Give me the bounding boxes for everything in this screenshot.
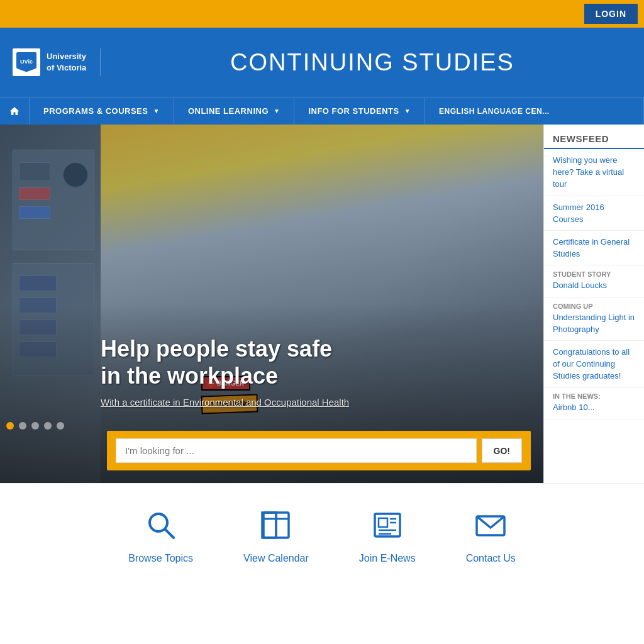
nav-online-learning[interactable]: ONLINE LEARNING ▼ (174, 97, 295, 125)
news-link-7[interactable]: Airbnb 10... (553, 402, 595, 412)
news-item-4: STUDENT STORY Donald Loucks (544, 265, 644, 297)
chevron-down-icon: ▼ (404, 108, 411, 114)
news-item-3: Certificate in General Studies (544, 231, 644, 265)
hero-background: ⚠ WARNING ⛔ DANGER (0, 125, 543, 483)
news-item-1: Wishing you were here? Take a virtual to… (544, 149, 644, 196)
slider-dot-5[interactable] (57, 422, 64, 430)
svg-line-3 (165, 529, 174, 538)
chevron-down-icon: ▼ (274, 108, 280, 114)
join-enews-link[interactable]: Join E-News (359, 509, 416, 564)
view-calendar-label: View Calendar (243, 553, 309, 564)
join-enews-label: Join E-News (359, 553, 416, 564)
news-label-7: IN THE NEWS: (553, 392, 635, 400)
svg-rect-8 (379, 518, 387, 527)
newsfeed-title: NEWSFEED (544, 125, 644, 149)
envelope-icon (474, 509, 507, 547)
contact-us-link[interactable]: Contact Us (466, 509, 516, 564)
search-bar: GO! (107, 431, 531, 470)
search-input[interactable] (116, 438, 477, 463)
search-icon (145, 509, 177, 547)
hero-section: ⚠ WARNING ⛔ DANGER Help people stay safe… (0, 125, 543, 483)
search-go-button[interactable]: GO! (482, 438, 522, 463)
newsfeed-sidebar: NEWSFEED Wishing you were here? Take a v… (543, 125, 644, 483)
site-title: CONTINUING STUDIES (113, 49, 631, 76)
slider-dot-2[interactable] (19, 422, 26, 430)
university-logo: UVic (13, 48, 40, 76)
news-item-2: Summer 2016 Courses (544, 196, 644, 231)
browse-topics-link[interactable]: Browse Topics (128, 509, 193, 564)
news-item-5: COMING UP Understanding Light in Photogr… (544, 297, 644, 341)
logo-area[interactable]: UVic University of Victoria (13, 48, 101, 76)
news-label-5: COMING UP (553, 303, 635, 310)
news-item-6: Congratulations to all of our Continuing… (544, 341, 644, 388)
contact-us-label: Contact Us (466, 553, 516, 564)
main-area: ⚠ WARNING ⛔ DANGER Help people stay safe… (0, 125, 644, 483)
news-item-7: IN THE NEWS: Airbnb 10... (544, 387, 644, 419)
news-label-4: STUDENT STORY (553, 270, 635, 278)
header: UVic University of Victoria CONTINUING S… (0, 28, 644, 97)
chevron-down-icon: ▼ (153, 108, 159, 114)
nav-info-students[interactable]: INFO FOR STUDENTS ▼ (294, 97, 425, 125)
top-bar: LOGIN (0, 0, 644, 28)
slider-dot-3[interactable] (31, 422, 39, 430)
newspaper-icon (371, 509, 404, 547)
browse-topics-label: Browse Topics (128, 553, 193, 564)
logo-text: University of Victoria (47, 51, 86, 74)
news-link-6[interactable]: Congratulations to all of our Continuing… (553, 347, 630, 380)
hero-subtext: With a certificate in Environmental and … (101, 397, 349, 408)
nav-bar: PROGRAMS & COURSES ▼ ONLINE LEARNING ▼ I… (0, 97, 644, 125)
nav-english-language[interactable]: ENGLISH LANGUAGE CEN... (425, 97, 644, 125)
news-link-2[interactable]: Summer 2016 Courses (553, 203, 604, 224)
slider-dot-4[interactable] (44, 422, 52, 430)
bottom-links-section: Browse Topics View Calendar Join E-News (0, 483, 644, 583)
slider-dot-1[interactable] (6, 422, 14, 430)
login-button[interactable]: LOGIN (584, 4, 638, 24)
hero-text-block: Help people stay safe in the workplace W… (101, 335, 349, 408)
news-link-3[interactable]: Certificate in General Studies (553, 237, 630, 258)
svg-text:UVic: UVic (20, 58, 33, 65)
nav-programs-courses[interactable]: PROGRAMS & COURSES ▼ (30, 97, 174, 125)
news-link-1[interactable]: Wishing you were here? Take a virtual to… (553, 155, 624, 189)
view-calendar-link[interactable]: View Calendar (243, 509, 309, 564)
hero-headline: Help people stay safe in the workplace (101, 335, 349, 389)
book-icon (260, 509, 292, 547)
nav-home-button[interactable] (0, 97, 30, 125)
news-link-4[interactable]: Donald Loucks (553, 280, 607, 290)
slider-dots (6, 422, 64, 430)
news-link-5[interactable]: Understanding Light in Photography (553, 313, 635, 334)
